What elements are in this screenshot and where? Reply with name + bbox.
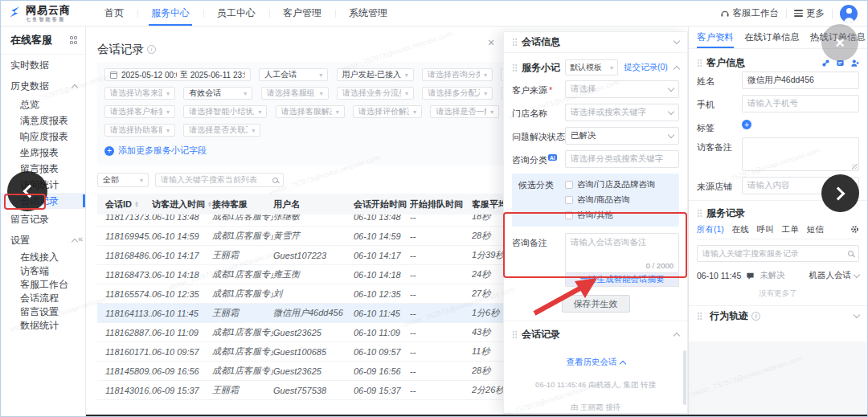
sidebar-item-message-settings[interactable]: 留言设置 (1, 305, 85, 319)
visitor-note-textarea[interactable] (742, 137, 859, 171)
filter-visitor-source[interactable]: 请选择访客来源 (104, 87, 175, 100)
filter-assist-agent[interactable]: 请选择协助客服 (104, 124, 175, 137)
remark-textarea[interactable]: 请输入会话咨询备注 0 / 2000 (565, 233, 679, 273)
sidebar-item-data-stats[interactable]: 数据统计 (1, 319, 85, 333)
ai-summary-button[interactable]: 一键生成智能会话摘要 (565, 273, 679, 287)
service-tab-sms[interactable]: 短信 (807, 224, 824, 235)
checkbox-icon[interactable] (565, 211, 573, 219)
prev-nav-button[interactable] (7, 171, 47, 211)
nav-home[interactable]: 首页 (91, 1, 137, 26)
drag-handle-icon[interactable] (697, 59, 702, 67)
col-username[interactable]: 用户名 (273, 198, 354, 211)
resolve-status-select[interactable]: 已解决 (565, 127, 679, 145)
add-tag-icon[interactable] (742, 120, 751, 129)
add-person-icon[interactable] (850, 59, 859, 67)
col-queue-time[interactable]: 开始排队时间 (410, 198, 472, 211)
filter-smart-note-status[interactable]: 请选择智能小结状态 (183, 105, 267, 118)
candidate-option[interactable]: 咨询/商品咨询 (565, 194, 655, 206)
drag-handle-icon[interactable] (697, 209, 702, 218)
service-tab-all[interactable]: 所有(1) (697, 224, 724, 235)
nav-service-center[interactable]: 服务中心 (137, 1, 203, 26)
user-avatar[interactable] (840, 5, 858, 22)
submit-records-link[interactable]: 提交记录(0) (624, 62, 668, 73)
filter-agent-resolve-status[interactable]: 请选择客服解决状态 (276, 105, 345, 118)
table-search-input[interactable]: 请输入关键字搜索当前列表 (155, 173, 284, 187)
sidebar-item-visitor-client[interactable]: 访客端 (1, 264, 85, 278)
filter-flow-type[interactable]: 请选择业务分流类型 (337, 87, 414, 100)
close-icon[interactable] (488, 36, 494, 49)
filter-multi-entry[interactable]: 请选择多分配入口 (422, 87, 493, 100)
apps-grid-icon[interactable] (70, 36, 78, 44)
view-history-link[interactable]: 查看历史会话 (512, 357, 679, 368)
customer-source-select[interactable]: 请选择 (565, 80, 679, 98)
drag-handle-icon[interactable] (697, 312, 702, 321)
col-start-time[interactable]: 会话开始时间 (354, 198, 410, 211)
candidate-option[interactable]: 咨询/门店及品牌咨询 (565, 179, 655, 190)
sidebar-group-settings[interactable]: 设置 (1, 230, 85, 251)
sidebar-item-agent-workbench[interactable]: 客服工作台 (1, 278, 85, 292)
filter-consult-category[interactable]: 请选择咨询分类 (422, 68, 493, 81)
filter-initiate-type[interactable]: 用户发起-已接入、 ... (337, 68, 414, 81)
service-search-input[interactable]: 请输入关键字搜索服务记录 (697, 245, 859, 262)
name-input[interactable]: 微信用户46dd456 (742, 72, 859, 89)
session-info-header[interactable]: 会话信息 (504, 32, 687, 53)
sidebar-item-session-flow[interactable]: 会话流程 (1, 292, 85, 305)
filter-customer-tag[interactable]: 请选择客户标签 (104, 105, 175, 118)
info-icon[interactable] (751, 312, 760, 321)
sidebar-item-overview[interactable]: 总览 (1, 96, 85, 112)
sidebar-item-message-records[interactable]: 留言记录 (1, 209, 85, 230)
logo[interactable]: 网易云商 七鱼智能客服 (1, 5, 86, 22)
overlay-close-button[interactable] (821, 24, 858, 61)
filter-eval-resolve-status[interactable]: 请选择评价解决状态 (353, 105, 422, 118)
service-tab-online[interactable]: 在线 (732, 224, 749, 235)
workbench-link[interactable]: 客服工作台 (720, 7, 780, 19)
consult-category-input[interactable]: 请选择分类或搜索关键字 (565, 150, 679, 168)
scope-select[interactable]: 全部 (97, 173, 149, 187)
merge-icon[interactable] (821, 59, 830, 67)
col-session-id[interactable]: 会话ID (97, 198, 152, 211)
sidebar-item-realtime-data[interactable]: 实时数据 (1, 55, 85, 76)
filter-one-shot-session[interactable]: 请选择是否一解会话 (430, 105, 499, 118)
sidebar-group-history-data[interactable]: 历史数据 (1, 76, 85, 96)
chevron-down-icon[interactable] (854, 311, 860, 317)
service-tab-ticket[interactable]: 工单 (782, 224, 799, 235)
behavior-track-header[interactable]: 行为轨迹 (697, 306, 859, 325)
info-icon[interactable] (147, 45, 156, 54)
tab-customer-profile[interactable]: 客户资料 (697, 27, 734, 48)
filter-valid-session[interactable]: 有效会话 (183, 87, 252, 100)
nav-system-mgmt[interactable]: 系统管理 (335, 1, 401, 26)
filter-session-type[interactable]: 人工会话 (259, 68, 328, 81)
store-name-select[interactable]: 请选择或搜索关键字 (565, 104, 679, 121)
chevron-up-icon[interactable] (674, 332, 680, 338)
service-record-row[interactable]: 06-10 11:45 未解决 机器人会话 (697, 268, 859, 284)
sort-icon[interactable] (134, 201, 139, 207)
col-enter-time[interactable]: 访客进入时间 (152, 198, 212, 211)
col-agent[interactable]: 接待客服 (212, 198, 273, 211)
record-type-toggle[interactable]: 机器人会话 (809, 270, 860, 281)
phone-input[interactable]: 请输入手机号 (742, 95, 859, 112)
drag-handle-icon[interactable] (512, 330, 518, 339)
checkbox-icon[interactable] (565, 196, 573, 204)
more-menu[interactable]: 更多 (794, 7, 825, 19)
drag-handle-icon[interactable] (512, 63, 518, 72)
nav-staff-center[interactable]: 员工中心 (203, 1, 269, 26)
sidebar-item-message-report[interactable]: 留言报表 (1, 161, 85, 177)
chevron-up-icon[interactable] (674, 65, 680, 72)
chevron-down-icon[interactable] (674, 38, 680, 44)
template-select[interactable]: 默认模板 (565, 59, 618, 76)
sidebar-item-response-report[interactable]: 响应度报表 (1, 129, 85, 145)
sidebar-item-online-access[interactable]: 在线接入 (1, 251, 85, 264)
save-button[interactable]: 保存并生效 (562, 295, 630, 313)
sidebar-item-satisfaction-report[interactable]: 满意度报表 (1, 112, 85, 129)
sidebar-collapse-icon[interactable] (78, 234, 83, 243)
scrollbar[interactable] (683, 350, 686, 405)
tab-online-orders[interactable]: 在线订单信息 (744, 27, 800, 48)
sidebar-item-agent-report[interactable]: 坐席报表 (1, 145, 85, 161)
date-range-picker[interactable]: 2025-05-12 00:00至2025-06-11 23:59 (104, 68, 251, 81)
nav-customer-mgmt[interactable]: 客户管理 (269, 1, 335, 26)
next-nav-button[interactable] (821, 174, 859, 212)
service-tab-call[interactable]: 呼叫 (757, 224, 774, 235)
filter-agent-group[interactable]: 请选择客服组 (261, 87, 329, 100)
filter-link-ticket[interactable]: 请选择是否关联工单 (183, 124, 260, 137)
candidate-option[interactable]: 咨询/其他 (565, 210, 655, 221)
